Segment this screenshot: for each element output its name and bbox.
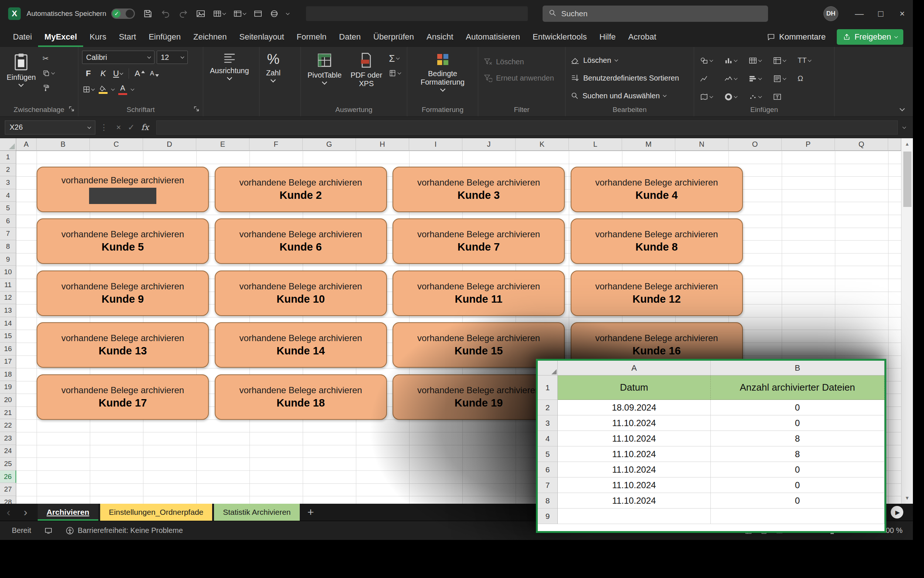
sheet-nav-left-icon[interactable]: ‹ [0,504,17,521]
column-header-h[interactable]: H [356,138,409,151]
overlay-cell-datum[interactable]: 11.10.2024 [558,416,711,431]
row-header-15[interactable]: 15 [0,330,16,343]
borders-button[interactable] [82,83,95,96]
insert-column-chart-icon[interactable] [724,57,749,64]
filter-clear-button[interactable]: Löschen [481,54,563,70]
column-header-o[interactable]: O [729,138,782,151]
scroll-up-arrow-icon[interactable]: ▲ [901,141,913,147]
insert-donut-chart-icon[interactable] [724,93,749,101]
undo-icon[interactable] [161,9,171,18]
sheet-tab-archivieren[interactable]: Archivieren [38,504,98,521]
column-header-q[interactable]: Q [835,138,888,151]
row-header-3[interactable]: 3 [0,176,16,189]
omega-symbol-icon[interactable]: Ω [797,74,822,83]
new-window-icon[interactable] [254,10,262,17]
increase-font-button[interactable]: A [133,67,146,80]
archive-button-2[interactable]: vorhandene Belege archivierenKunde 2 [215,167,387,212]
insert-bar-chart-icon[interactable] [749,75,773,83]
overlay-cell-anzahl[interactable]: 0 [711,416,885,431]
column-header-e[interactable]: E [196,138,250,151]
format-painter-button[interactable] [42,83,54,93]
qat-overflow-chevron-icon[interactable] [286,13,289,15]
sheet-tab-statistik-archivieren[interactable]: Statistik Archivieren [214,504,299,521]
overlay-select-all-corner[interactable] [538,361,558,375]
fill-color-button[interactable] [97,83,109,96]
select-all-button[interactable] [0,138,16,151]
ribbon-tab-myexcel[interactable]: MyExcel [38,27,83,47]
archive-button-7[interactable]: vorhandene Belege archivierenKunde 7 [393,218,565,264]
formula-bar-expand-chevron[interactable] [903,125,906,128]
clear-button[interactable]: Löschen [568,51,692,69]
archive-button-13[interactable]: vorhandene Belege archivierenKunde 13 [37,322,209,368]
ribbon-tab-entwicklertools[interactable]: Entwicklertools [526,27,593,47]
font-color-button[interactable]: A [117,83,129,96]
insert-picture-icon[interactable] [196,10,205,18]
analysis-sheet-button[interactable] [389,68,401,78]
row-header-19[interactable]: 19 [0,381,16,394]
display-settings-icon[interactable] [44,527,52,535]
overlay-row-header[interactable]: 3 [538,416,558,431]
excel-logo-icon[interactable]: X [8,7,21,20]
insert-slicer-icon[interactable] [773,75,797,83]
archive-button-8[interactable]: vorhandene Belege archivierenKunde 8 [571,218,743,264]
overlay-row-header[interactable]: 6 [538,462,558,477]
overlay-cell-anzahl[interactable]: 0 [711,462,885,477]
overlay-cell-anzahl[interactable]: 0 [711,493,885,508]
archive-button-17[interactable]: vorhandene Belege archivierenKunde 17 [37,374,209,420]
decrease-font-button[interactable]: A [148,67,161,80]
cut-button[interactable]: ✂ [42,54,54,63]
avatar[interactable]: DH [823,6,838,21]
column-header-j[interactable]: J [462,138,516,151]
row-header-8[interactable]: 8 [0,240,16,253]
comments-button[interactable]: Kommentare [766,32,826,42]
sheet-tab-einstellungen_ordnerpfade[interactable]: Einstellungen_Ordnerpfade [100,504,213,521]
overlay-cell-anzahl[interactable]: 8 [711,446,885,462]
overlay-header-datum[interactable]: Datum [558,375,711,400]
archive-button-9[interactable]: vorhandene Belege archivierenKunde 9 [37,271,209,316]
autosave-toggle[interactable]: ✓ [111,8,135,19]
row-header-22[interactable]: 22 [0,419,16,432]
overlay-column-header-b[interactable]: B [711,361,885,375]
ribbon-tab-überprüfen[interactable]: Überprüfen [367,27,420,47]
row-header-6[interactable]: 6 [0,215,16,228]
close-button[interactable]: × [892,0,913,27]
insert-shapes-icon[interactable] [700,57,724,64]
overlay-cell-anzahl[interactable]: 0 [711,400,885,416]
overlay-row-header[interactable]: 9 [538,508,558,524]
ribbon-tab-formeln[interactable]: Formeln [291,27,333,47]
formula-input[interactable] [156,120,898,135]
sphere-icon[interactable] [270,10,278,18]
overlay-cell-datum[interactable]: 11.10.2024 [558,462,711,477]
column-header-b[interactable]: B [37,138,90,151]
archive-button-18[interactable]: vorhandene Belege archivierenKunde 18 [215,374,387,420]
column-header-p[interactable]: P [782,138,835,151]
pivot-table-quick-icon[interactable] [234,10,246,17]
ribbon-tab-hilfe[interactable]: Hilfe [593,27,622,47]
row-header-9[interactable]: 9 [0,253,16,266]
column-header-g[interactable]: G [303,138,356,151]
insert-line-icon[interactable] [700,75,724,83]
font-name-select[interactable]: Calibri [82,50,154,64]
overlay-cell-empty[interactable] [711,508,885,524]
add-sheet-button[interactable]: + [300,504,322,521]
ribbon-tab-acrobat[interactable]: Acrobat [622,27,663,47]
ribbon-tab-kurs[interactable]: Kurs [83,27,112,47]
insert-sparkline-icon[interactable] [724,75,749,83]
archive-button-6[interactable]: vorhandene Belege archivierenKunde 6 [215,218,387,264]
row-header-28[interactable]: 28 [0,496,16,504]
overlay-cell-datum[interactable]: 11.10.2024 [558,446,711,462]
row-header-27[interactable]: 27 [0,483,16,496]
minimize-button[interactable]: — [849,0,870,27]
row-header-7[interactable]: 7 [0,228,16,240]
row-header-4[interactable]: 4 [0,189,16,202]
archive-button-14[interactable]: vorhandene Belege archivierenKunde 14 [215,322,387,368]
number-format-button[interactable]: % Zahl [261,50,285,105]
row-header-24[interactable]: 24 [0,445,16,458]
archive-button-11[interactable]: vorhandene Belege archivierenKunde 11 [393,271,565,316]
row-header-14[interactable]: 14 [0,317,16,330]
ribbon-tab-daten[interactable]: Daten [333,27,367,47]
italic-button[interactable]: K [97,67,109,80]
overlay-cell-datum[interactable]: 11.10.2024 [558,493,711,508]
ribbon-tab-zeichnen[interactable]: Zeichnen [187,27,233,47]
overlay-cell-anzahl[interactable]: 0 [711,477,885,493]
